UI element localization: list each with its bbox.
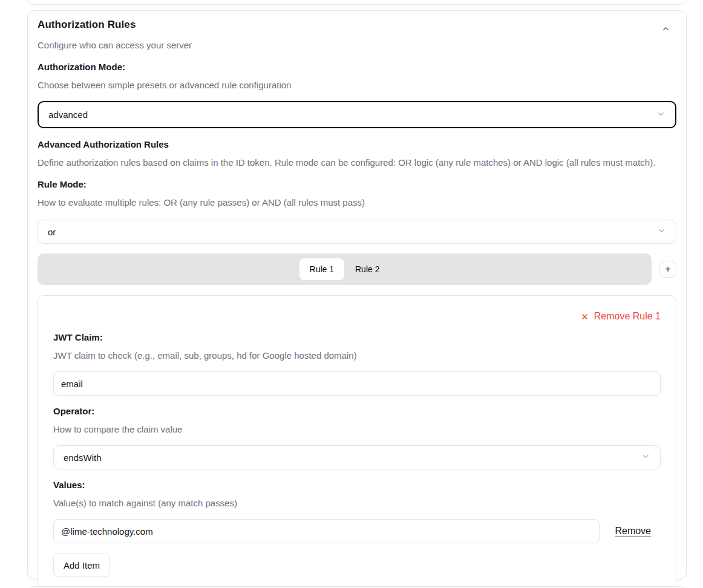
rule-mode-select[interactable]: or: [38, 220, 676, 244]
chevron-up-icon: [661, 24, 670, 35]
section-subtitle: Configure who can access your server: [38, 39, 676, 51]
advanced-rules-description: Define authorization rules based on clai…: [38, 157, 676, 169]
chevron-down-icon: [656, 109, 665, 120]
rule-mode-label: Rule Mode:: [38, 178, 676, 191]
operator-select[interactable]: endsWith: [53, 445, 661, 469]
chevron-down-icon: [657, 226, 666, 237]
rule-1-panel: ✕ Remove Rule 1 JWT Claim: JWT claim to …: [38, 295, 676, 588]
previous-section-card: [27, 0, 687, 5]
remove-rule-label: Remove Rule 1: [594, 311, 661, 322]
x-icon: ✕: [581, 312, 589, 321]
auth-mode-select[interactable]: advanced: [38, 101, 676, 128]
tab-rule-1[interactable]: Rule 1: [299, 258, 344, 280]
collapse-section-button[interactable]: [660, 23, 672, 36]
jwt-claim-label: JWT Claim:: [53, 332, 661, 344]
auth-mode-selected-value: advanced: [48, 109, 88, 120]
jwt-claim-description: JWT claim to check (e.g., email, sub, gr…: [53, 350, 661, 362]
rule-tabs-row: Rule 1 Rule 2 +: [38, 253, 676, 285]
operator-label: Operator:: [53, 405, 661, 417]
settings-page-container: Authorization Rules Configure who can ac…: [0, 0, 699, 588]
advanced-rules-heading: Advanced Authorization Rules: [38, 139, 676, 151]
rule-mode-selected-value: or: [48, 227, 56, 237]
rule-tablist: Rule 1 Rule 2: [38, 253, 652, 285]
remove-value-link[interactable]: Remove: [615, 526, 651, 537]
plus-icon: +: [665, 264, 671, 274]
authorization-rules-card: Authorization Rules Configure who can ac…: [27, 10, 687, 580]
rule-mode-description: How to evaluate multiple rules: OR (any …: [38, 197, 676, 209]
operator-selected-value: endsWith: [64, 452, 102, 463]
chevron-down-icon: [641, 452, 650, 463]
values-label: Values:: [53, 479, 661, 491]
value-item-row: Remove: [53, 519, 661, 543]
operator-description: How to compare the claim value: [53, 423, 661, 436]
tab-rule-2[interactable]: Rule 2: [345, 258, 390, 280]
add-item-button[interactable]: Add Item: [53, 553, 110, 577]
remove-rule-button[interactable]: ✕ Remove Rule 1: [581, 311, 661, 322]
add-rule-button[interactable]: +: [659, 261, 676, 278]
card-header: Authorization Rules: [38, 18, 676, 36]
auth-mode-label: Authorization Mode:: [38, 61, 676, 73]
page-title: Authorization Rules: [38, 18, 136, 31]
auth-mode-description: Choose between simple presets or advance…: [38, 79, 676, 91]
jwt-claim-input[interactable]: [53, 371, 661, 396]
value-input[interactable]: [53, 519, 600, 543]
values-description: Value(s) to match against (any match pas…: [53, 497, 661, 509]
remove-rule-row: ✕ Remove Rule 1: [53, 311, 661, 322]
